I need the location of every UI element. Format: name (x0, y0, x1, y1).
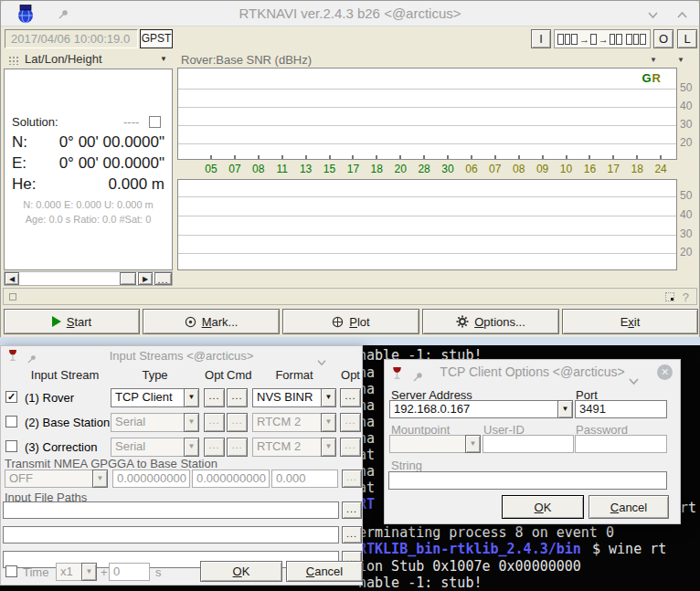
rover-format-opt-button[interactable]: ... (340, 388, 361, 407)
start-button[interactable]: Start (4, 309, 140, 334)
input-stream-button[interactable]: I (531, 29, 551, 48)
file-path-1-field[interactable] (3, 501, 339, 519)
check-icon: ✓ (7, 391, 16, 402)
file-path-2-field[interactable] (3, 526, 339, 544)
rover-label: (1) Rover (25, 391, 74, 405)
shade-chevron-down-icon[interactable] (628, 369, 640, 394)
shade-chevron-down-icon[interactable] (647, 8, 659, 22)
col-header-format: Format (252, 368, 336, 382)
file-path-2-browse-button[interactable]: ... (342, 526, 362, 544)
rover-checkbox[interactable]: ✓ (5, 391, 17, 403)
stream-indicator-square (590, 34, 597, 45)
rtknavi-main-window: RTKNAVI ver.2.4.3 b26 <@arcticus> 2017/0… (0, 0, 700, 344)
port-field[interactable]: 3491 (575, 400, 667, 418)
y-axis-tick-label: 20 (680, 246, 698, 259)
coord-e-value: 0° 00' 00.0000" (14, 154, 164, 173)
file-path-1-browse-button[interactable]: ... (342, 501, 362, 519)
close-icon[interactable]: ✕ (657, 364, 673, 380)
help-icon[interactable]: ? (683, 290, 689, 304)
rover-opt-button[interactable]: ... (204, 388, 225, 407)
chevron-down-icon[interactable]: ▼ (557, 400, 573, 418)
chevron-down-icon[interactable]: ▼ (184, 388, 199, 407)
string-field[interactable] (388, 471, 667, 490)
rover-cmd-button[interactable]: ... (227, 388, 248, 407)
rover-type-select[interactable]: TCP Client▼ (111, 388, 199, 407)
input-streams-dialog: Input Streams <@arcticus> Input Stream T… (0, 345, 363, 586)
rover-format-value: NVS BINR (252, 388, 321, 407)
plot-opt-dropdown-icon[interactable]: ▼ (677, 56, 684, 64)
mountpoint-select: ▼ (389, 435, 481, 453)
chevron-down-icon[interactable]: ▼ (321, 388, 336, 407)
server-address-select[interactable]: 192.168.0.167▼ (389, 400, 573, 418)
resize-grip-icon[interactable] (665, 292, 674, 301)
input-streams-titlebar[interactable]: Input Streams <@arcticus> (1, 346, 362, 365)
gridline (178, 216, 676, 216)
solution-type-select[interactable]: Lat/Lon/Height ▼ (25, 52, 171, 68)
correction-checkbox[interactable] (5, 440, 17, 452)
button-label-part: C (306, 565, 314, 578)
rover-format-select[interactable]: NVS BINR▼ (252, 388, 336, 407)
x-axis-tick (542, 155, 544, 159)
panel-options-button[interactable]: ... (154, 272, 172, 285)
log-stream-button[interactable]: L (677, 29, 697, 48)
button-label-part: O (233, 565, 242, 578)
gridline (178, 125, 676, 126)
plot-type-dropdown-icon[interactable]: ▼ (650, 56, 657, 64)
base-format-opt-button: ... (340, 413, 361, 432)
x-axis-tick (210, 155, 212, 159)
panel-grip-handle[interactable] (8, 56, 19, 65)
arrow-right-icon: → (579, 34, 589, 45)
scroll-thumb[interactable] (120, 272, 136, 285)
button-label-part: it (634, 315, 641, 329)
mark-button[interactable]: Mark... (143, 309, 280, 334)
stream-indicator-square (633, 34, 640, 45)
satellite-label: 06 (462, 163, 481, 175)
input-streams-cancel-button[interactable]: Cancel (286, 561, 363, 582)
base-checkbox[interactable] (5, 416, 17, 427)
scroll-right-icon[interactable]: ▶ (138, 272, 153, 285)
output-stream-button[interactable]: O (653, 29, 673, 48)
time-mult-select: x1▼ (56, 563, 97, 581)
correction-format-select: RTCM 2▼ (252, 438, 336, 457)
userid-field (483, 435, 574, 453)
chevron-down-icon: ▼ (465, 435, 481, 453)
gridline (178, 253, 676, 254)
transmit-opt-button: ... (342, 470, 362, 488)
plot-button[interactable]: Plot (282, 309, 419, 334)
exit-button[interactable]: Exit (562, 309, 698, 334)
tcp-cancel-button[interactable]: Cancel (589, 495, 669, 519)
chevron-down-icon: ▼ (321, 413, 336, 432)
solution-stats-neu: N: 0.000 E: 0.000 U: 0.000 m (5, 199, 172, 210)
solution-panel: Lat/Lon/Height ▼ Solution: ---- N: 0° 00… (3, 51, 175, 286)
time-system-button[interactable]: GPST (140, 29, 173, 48)
correction-cmd-button: ... (227, 438, 248, 457)
base-label: (2) Base Station (25, 416, 110, 429)
x-axis-tick (447, 155, 449, 159)
correction-format-opt-button: ... (340, 438, 361, 457)
time-unit-label: s (155, 565, 162, 579)
base-opt-button: ... (204, 413, 225, 432)
snr-plot-upper: GR (177, 68, 677, 160)
solution-indicator-box[interactable] (149, 116, 161, 128)
time-checkbox[interactable] (5, 565, 17, 577)
button-label-part: K (242, 565, 250, 578)
solution-scrollbar[interactable]: ◀ ▶ ... (4, 271, 173, 286)
base-format-select: RTCM 2▼ (252, 413, 336, 432)
shade-chevron-up-icon[interactable] (676, 8, 688, 22)
pin-icon[interactable] (27, 351, 37, 370)
options-button[interactable]: Options... (422, 309, 559, 334)
snr-plot-lower (177, 179, 677, 270)
pin-icon[interactable] (58, 8, 69, 23)
base-type-select: Serial▼ (111, 413, 199, 432)
tcp-titlebar[interactable]: TCP Client Options <@arcticus> ✕ (385, 360, 680, 385)
stream-indicator-square (557, 34, 564, 45)
scroll-left-icon[interactable]: ◀ (5, 272, 19, 285)
time-display: 2017/04/06 10:00:19.0 (5, 29, 138, 48)
base-type-value: Serial (111, 413, 184, 432)
stream-indicator-square (565, 34, 571, 45)
pin-icon[interactable] (412, 366, 424, 391)
main-titlebar[interactable]: RTKNAVI ver.2.4.3 b26 <@arcticus> (1, 1, 699, 26)
input-streams-ok-button[interactable]: OK (200, 561, 282, 582)
x-axis-tick (399, 155, 401, 159)
tcp-ok-button[interactable]: OK (502, 495, 584, 519)
